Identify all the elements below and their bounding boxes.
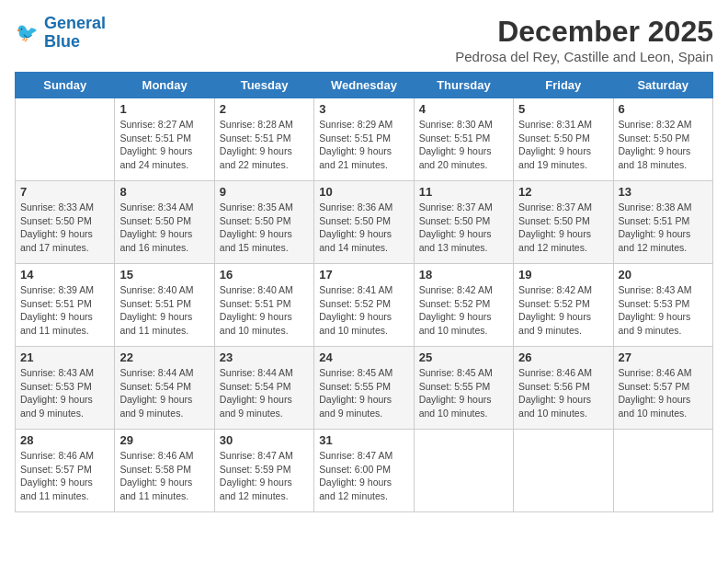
calendar-cell: 4Sunrise: 8:30 AM Sunset: 5:51 PM Daylig… (414, 98, 513, 181)
day-header-thursday: Thursday (414, 73, 513, 98)
calendar-week-5: 28Sunrise: 8:46 AM Sunset: 5:57 PM Dayli… (16, 430, 713, 512)
cell-daylight-info: Sunrise: 8:34 AM Sunset: 5:50 PM Dayligh… (119, 201, 209, 255)
cell-daylight-info: Sunrise: 8:39 AM Sunset: 5:51 PM Dayligh… (20, 283, 109, 338)
day-number: 29 (119, 433, 209, 447)
cell-daylight-info: Sunrise: 8:45 AM Sunset: 5:55 PM Dayligh… (419, 366, 508, 420)
title-area: December 2025 Pedrosa del Rey, Castille … (455, 15, 713, 64)
day-header-saturday: Saturday (613, 73, 712, 98)
cell-daylight-info: Sunrise: 8:40 AM Sunset: 5:51 PM Dayligh… (220, 283, 309, 338)
calendar-cell: 5Sunrise: 8:31 AM Sunset: 5:50 PM Daylig… (514, 98, 613, 181)
cell-daylight-info: Sunrise: 8:44 AM Sunset: 5:54 PM Dayligh… (119, 366, 209, 420)
cell-daylight-info: Sunrise: 8:32 AM Sunset: 5:50 PM Dayligh… (619, 118, 708, 172)
day-number: 3 (319, 102, 408, 116)
calendar-cell: 31Sunrise: 8:47 AM Sunset: 6:00 PM Dayli… (314, 430, 414, 512)
calendar-cell: 24Sunrise: 8:45 AM Sunset: 5:55 PM Dayli… (314, 347, 414, 430)
calendar-cell (16, 98, 115, 181)
day-header-wednesday: Wednesday (314, 73, 414, 98)
day-header-tuesday: Tuesday (214, 73, 313, 98)
cell-daylight-info: Sunrise: 8:30 AM Sunset: 5:51 PM Dayligh… (419, 118, 508, 172)
calendar-cell: 15Sunrise: 8:40 AM Sunset: 5:51 PM Dayli… (115, 264, 214, 347)
day-number: 13 (619, 185, 708, 199)
calendar-week-2: 7Sunrise: 8:33 AM Sunset: 5:50 PM Daylig… (16, 181, 713, 264)
logo-line1: General (44, 14, 106, 32)
cell-daylight-info: Sunrise: 8:43 AM Sunset: 5:53 PM Dayligh… (20, 366, 109, 420)
cell-daylight-info: Sunrise: 8:46 AM Sunset: 5:58 PM Dayligh… (119, 449, 209, 503)
day-header-friday: Friday (514, 73, 613, 98)
calendar-cell: 17Sunrise: 8:41 AM Sunset: 5:52 PM Dayli… (314, 264, 414, 347)
day-number: 2 (220, 102, 309, 116)
day-number: 30 (220, 433, 309, 447)
day-number: 15 (119, 268, 209, 282)
cell-daylight-info: Sunrise: 8:36 AM Sunset: 5:50 PM Dayligh… (319, 201, 408, 255)
day-number: 21 (20, 350, 109, 364)
calendar-header-row: SundayMondayTuesdayWednesdayThursdayFrid… (16, 73, 713, 98)
calendar-cell: 10Sunrise: 8:36 AM Sunset: 5:50 PM Dayli… (314, 181, 414, 264)
location-title: Pedrosa del Rey, Castille and Leon, Spai… (455, 49, 713, 64)
svg-text:🐦: 🐦 (16, 20, 39, 42)
calendar-cell: 1Sunrise: 8:27 AM Sunset: 5:51 PM Daylig… (115, 98, 214, 181)
day-number: 12 (518, 185, 608, 199)
calendar-week-1: 1Sunrise: 8:27 AM Sunset: 5:51 PM Daylig… (16, 98, 713, 181)
day-number: 7 (20, 185, 109, 199)
calendar-cell: 30Sunrise: 8:47 AM Sunset: 5:59 PM Dayli… (214, 430, 313, 512)
day-number: 11 (419, 185, 508, 199)
day-number: 10 (319, 185, 408, 199)
day-number: 22 (119, 350, 209, 364)
cell-daylight-info: Sunrise: 8:37 AM Sunset: 5:50 PM Dayligh… (518, 201, 608, 255)
day-number: 4 (419, 102, 508, 116)
cell-daylight-info: Sunrise: 8:41 AM Sunset: 5:52 PM Dayligh… (319, 283, 408, 338)
calendar-cell: 21Sunrise: 8:43 AM Sunset: 5:53 PM Dayli… (16, 347, 115, 430)
calendar-cell: 29Sunrise: 8:46 AM Sunset: 5:58 PM Dayli… (115, 430, 214, 512)
calendar-week-4: 21Sunrise: 8:43 AM Sunset: 5:53 PM Dayli… (16, 347, 713, 430)
day-number: 14 (20, 268, 109, 282)
cell-daylight-info: Sunrise: 8:40 AM Sunset: 5:51 PM Dayligh… (119, 283, 209, 338)
cell-daylight-info: Sunrise: 8:46 AM Sunset: 5:57 PM Dayligh… (619, 366, 708, 420)
cell-daylight-info: Sunrise: 8:46 AM Sunset: 5:56 PM Dayligh… (518, 366, 608, 420)
cell-daylight-info: Sunrise: 8:29 AM Sunset: 5:51 PM Dayligh… (319, 118, 408, 172)
cell-daylight-info: Sunrise: 8:47 AM Sunset: 5:59 PM Dayligh… (220, 449, 309, 503)
cell-daylight-info: Sunrise: 8:42 AM Sunset: 5:52 PM Dayligh… (518, 283, 608, 338)
cell-daylight-info: Sunrise: 8:31 AM Sunset: 5:50 PM Dayligh… (518, 118, 608, 172)
cell-daylight-info: Sunrise: 8:45 AM Sunset: 5:55 PM Dayligh… (319, 366, 408, 420)
logo-line2: Blue (44, 33, 106, 52)
calendar-cell: 7Sunrise: 8:33 AM Sunset: 5:50 PM Daylig… (16, 181, 115, 264)
cell-daylight-info: Sunrise: 8:28 AM Sunset: 5:51 PM Dayligh… (220, 118, 309, 172)
calendar-cell (414, 430, 513, 512)
calendar-cell: 22Sunrise: 8:44 AM Sunset: 5:54 PM Dayli… (115, 347, 214, 430)
month-title: December 2025 (455, 15, 713, 49)
calendar-cell: 27Sunrise: 8:46 AM Sunset: 5:57 PM Dayli… (613, 347, 712, 430)
calendar-cell: 16Sunrise: 8:40 AM Sunset: 5:51 PM Dayli… (214, 264, 313, 347)
calendar-cell: 23Sunrise: 8:44 AM Sunset: 5:54 PM Dayli… (214, 347, 313, 430)
day-number: 16 (220, 268, 309, 282)
cell-daylight-info: Sunrise: 8:33 AM Sunset: 5:50 PM Dayligh… (20, 201, 109, 255)
cell-daylight-info: Sunrise: 8:46 AM Sunset: 5:57 PM Dayligh… (20, 449, 109, 503)
calendar-cell (514, 430, 613, 512)
calendar-cell: 13Sunrise: 8:38 AM Sunset: 5:51 PM Dayli… (613, 181, 712, 264)
day-number: 24 (319, 350, 408, 364)
calendar-cell: 19Sunrise: 8:42 AM Sunset: 5:52 PM Dayli… (514, 264, 613, 347)
calendar-cell: 3Sunrise: 8:29 AM Sunset: 5:51 PM Daylig… (314, 98, 414, 181)
cell-daylight-info: Sunrise: 8:37 AM Sunset: 5:50 PM Dayligh… (419, 201, 508, 255)
calendar-cell: 28Sunrise: 8:46 AM Sunset: 5:57 PM Dayli… (16, 430, 115, 512)
day-number: 25 (419, 350, 508, 364)
day-number: 1 (119, 102, 209, 116)
day-number: 28 (20, 433, 109, 447)
calendar-cell: 11Sunrise: 8:37 AM Sunset: 5:50 PM Dayli… (414, 181, 513, 264)
logo-icon: 🐦 (15, 20, 40, 46)
calendar-cell: 18Sunrise: 8:42 AM Sunset: 5:52 PM Dayli… (414, 264, 513, 347)
logo: 🐦 General Blue (15, 15, 106, 52)
calendar-cell: 9Sunrise: 8:35 AM Sunset: 5:50 PM Daylig… (214, 181, 313, 264)
calendar-table: SundayMondayTuesdayWednesdayThursdayFrid… (15, 72, 713, 512)
day-number: 18 (419, 268, 508, 282)
calendar-cell: 12Sunrise: 8:37 AM Sunset: 5:50 PM Dayli… (514, 181, 613, 264)
day-number: 17 (319, 268, 408, 282)
cell-daylight-info: Sunrise: 8:35 AM Sunset: 5:50 PM Dayligh… (220, 201, 309, 255)
day-number: 6 (619, 102, 708, 116)
cell-daylight-info: Sunrise: 8:43 AM Sunset: 5:53 PM Dayligh… (619, 283, 708, 338)
cell-daylight-info: Sunrise: 8:38 AM Sunset: 5:51 PM Dayligh… (619, 201, 708, 255)
calendar-week-3: 14Sunrise: 8:39 AM Sunset: 5:51 PM Dayli… (16, 264, 713, 347)
day-number: 23 (220, 350, 309, 364)
day-header-sunday: Sunday (16, 73, 115, 98)
cell-daylight-info: Sunrise: 8:42 AM Sunset: 5:52 PM Dayligh… (419, 283, 508, 338)
calendar-cell: 6Sunrise: 8:32 AM Sunset: 5:50 PM Daylig… (613, 98, 712, 181)
